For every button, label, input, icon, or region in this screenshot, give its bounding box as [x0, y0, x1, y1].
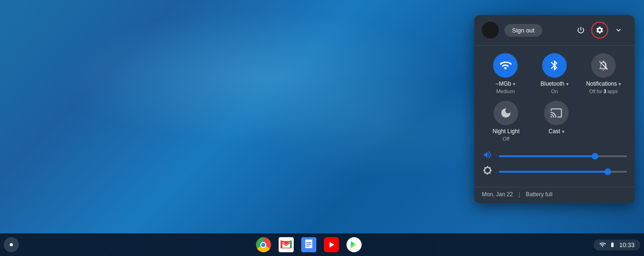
- taskbar-app-gmail[interactable]: [277, 235, 296, 254]
- taskbar-app-play[interactable]: [345, 235, 363, 254]
- taskbar-app-chrome[interactable]: [254, 235, 273, 254]
- brightness-slider-row: [482, 166, 627, 177]
- notifications-label: Notifications ▾ Off for 3 apps: [586, 80, 621, 95]
- system-tray[interactable]: 10:33: [594, 240, 640, 250]
- taskbar: 10:33: [0, 233, 644, 256]
- svg-rect-3: [281, 240, 282, 248]
- svg-rect-4: [290, 240, 292, 248]
- settings-button[interactable]: [591, 22, 608, 39]
- bluetooth-icon: [542, 53, 567, 78]
- volume-icon: [482, 150, 493, 162]
- bluetooth-toggle[interactable]: Bluetooth ▾ On: [531, 53, 578, 95]
- svg-rect-7: [306, 244, 311, 245]
- taskbar-app-youtube[interactable]: [322, 235, 341, 254]
- bluetooth-label: Bluetooth ▾ On: [540, 80, 568, 95]
- avatar[interactable]: [482, 22, 499, 39]
- svg-rect-5: [305, 240, 312, 248]
- svg-rect-6: [306, 242, 311, 243]
- taskbar-left: [0, 237, 24, 252]
- desktop: Sign out: [0, 0, 644, 256]
- volume-slider-row: [482, 150, 627, 162]
- brightness-track[interactable]: [499, 171, 627, 173]
- brightness-thumb[interactable]: [604, 168, 611, 175]
- power-button[interactable]: [572, 22, 589, 39]
- qs-toggles-row1: –MGb ▾ Medium Bluetooth ▾ On: [474, 46, 635, 99]
- cast-icon: [544, 101, 569, 125]
- volume-thumb[interactable]: [592, 153, 598, 160]
- wifi-icon: [493, 53, 518, 78]
- qs-sliders: [474, 146, 635, 187]
- collapse-button[interactable]: [610, 22, 627, 39]
- qs-footer: Mon, Jan 22 | Battery full: [474, 187, 635, 203]
- signout-button[interactable]: Sign out: [504, 24, 542, 37]
- cast-label: Cast ▾: [548, 128, 564, 136]
- battery-tray-icon: [610, 241, 615, 248]
- qs-header: Sign out: [474, 15, 635, 46]
- notifications-toggle[interactable]: Notifications ▾ Off for 3 apps: [580, 53, 627, 95]
- night-light-toggle[interactable]: Night Light Off: [482, 101, 530, 143]
- volume-track[interactable]: [499, 155, 627, 157]
- header-icons: [572, 22, 627, 39]
- night-light-icon: [494, 101, 518, 125]
- launcher-button[interactable]: [4, 237, 19, 252]
- volume-fill: [499, 155, 595, 157]
- tray-time: 10:33: [619, 241, 635, 248]
- brightness-fill: [499, 171, 608, 173]
- footer-battery: Battery full: [526, 191, 553, 198]
- taskbar-right: 10:33: [594, 240, 644, 250]
- wifi-label: –MGb ▾ Medium: [495, 80, 515, 95]
- taskbar-apps: [24, 235, 594, 254]
- svg-rect-8: [306, 246, 309, 247]
- taskbar-app-docs[interactable]: [299, 235, 318, 254]
- quick-settings-panel: Sign out: [474, 15, 635, 203]
- night-light-label: Night Light Off: [493, 128, 520, 143]
- svg-point-1: [10, 243, 13, 247]
- wifi-toggle[interactable]: –MGb ▾ Medium: [482, 53, 529, 95]
- qs-toggles-row2: Night Light Off Cast ▾: [474, 99, 635, 146]
- wifi-tray-icon: [599, 241, 606, 248]
- footer-date: Mon, Jan 22: [482, 191, 513, 198]
- cast-toggle[interactable]: Cast ▾: [532, 101, 581, 143]
- brightness-icon: [482, 166, 493, 177]
- notifications-icon: [591, 53, 616, 78]
